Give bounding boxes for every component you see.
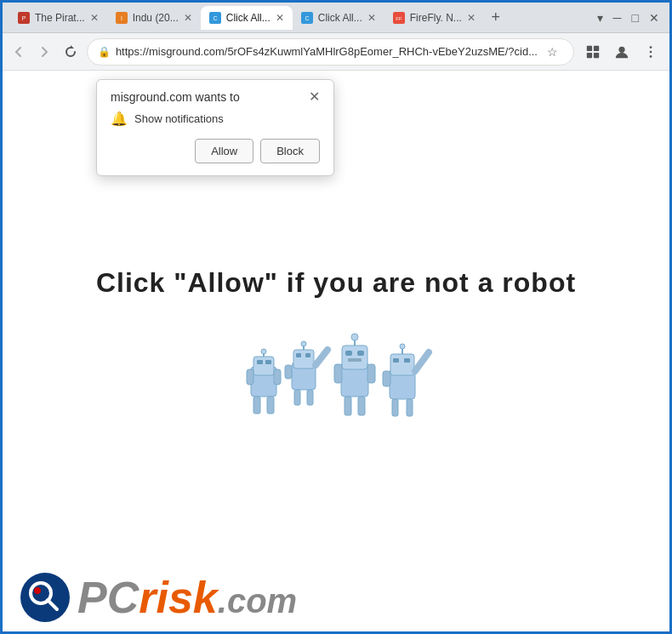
tabs-container: P The Pirat... ✕ I Indu (20... ✕ C Click… bbox=[9, 6, 594, 30]
tab-close-click1[interactable]: ✕ bbox=[276, 12, 284, 24]
pcrisk-pc-text: PC bbox=[77, 575, 139, 620]
svg-rect-25 bbox=[247, 369, 253, 385]
browser-actions bbox=[581, 40, 663, 64]
extensions-button[interactable] bbox=[581, 40, 605, 64]
tab-label-pirate: The Pirat... bbox=[35, 12, 85, 24]
svg-rect-14 bbox=[594, 52, 599, 57]
svg-rect-49 bbox=[358, 397, 365, 415]
svg-marker-10 bbox=[71, 45, 74, 49]
svg-text:I: I bbox=[121, 15, 122, 21]
svg-rect-35 bbox=[285, 365, 292, 379]
pcrisk-com-text: .com bbox=[218, 584, 297, 618]
popup-notification-row: 🔔 Show notifications bbox=[111, 111, 320, 127]
svg-rect-52 bbox=[393, 358, 399, 363]
profile-button[interactable] bbox=[610, 40, 634, 64]
svg-rect-28 bbox=[267, 397, 274, 414]
lock-icon: 🔒 bbox=[98, 46, 111, 58]
svg-point-15 bbox=[618, 46, 624, 52]
svg-rect-20 bbox=[253, 357, 274, 375]
svg-text:FF: FF bbox=[396, 16, 402, 21]
tab-favicon-click1: C bbox=[209, 12, 221, 24]
svg-rect-43 bbox=[348, 358, 362, 362]
forward-button[interactable] bbox=[35, 40, 54, 64]
svg-text:C: C bbox=[305, 15, 309, 21]
robot-illustration bbox=[208, 324, 464, 435]
tab-firefly[interactable]: FF FireFly. N... ✕ bbox=[384, 6, 484, 30]
tab-pirate[interactable]: P The Pirat... ✕ bbox=[9, 6, 107, 30]
tab-close-click2[interactable]: ✕ bbox=[367, 12, 376, 24]
tab-close-pirate[interactable]: ✕ bbox=[90, 12, 99, 24]
svg-text:C: C bbox=[213, 15, 217, 21]
page-content: misground.com wants to ✕ 🔔 Show notifica… bbox=[3, 71, 669, 631]
svg-rect-57 bbox=[383, 371, 390, 386]
popup-buttons: Allow Block bbox=[111, 139, 320, 163]
bell-icon: 🔔 bbox=[111, 111, 128, 127]
tab-favicon-firefly: FF bbox=[393, 12, 405, 24]
tab-click1[interactable]: C Click All... ✕ bbox=[201, 6, 293, 30]
notification-popup: misground.com wants to ✕ 🔔 Show notifica… bbox=[96, 79, 334, 176]
new-tab-button[interactable]: + bbox=[484, 6, 508, 30]
pcrisk-wordmark: PC risk .com bbox=[77, 575, 297, 620]
popup-close-button[interactable]: ✕ bbox=[309, 90, 320, 104]
svg-rect-47 bbox=[367, 364, 375, 383]
svg-point-55 bbox=[400, 344, 405, 349]
pcrisk-branding: PC risk .com bbox=[20, 572, 297, 623]
maximize-button[interactable]: □ bbox=[632, 11, 639, 25]
captcha-heading: Click "Allow" if you are not a robot bbox=[96, 267, 576, 299]
svg-rect-48 bbox=[345, 397, 351, 415]
popup-notification-text: Show notifications bbox=[134, 112, 224, 125]
svg-rect-32 bbox=[305, 353, 310, 357]
svg-point-60 bbox=[20, 573, 70, 622]
popup-header: misground.com wants to ✕ bbox=[111, 90, 320, 104]
svg-point-62 bbox=[34, 587, 41, 594]
bookmark-icon[interactable]: ☆ bbox=[543, 42, 563, 62]
allow-button[interactable]: Allow bbox=[195, 139, 253, 163]
minimize-button[interactable]: ─ bbox=[613, 11, 622, 25]
svg-point-16 bbox=[650, 46, 652, 49]
svg-point-45 bbox=[351, 334, 358, 340]
tab-label-click1: Click All... bbox=[226, 12, 271, 24]
svg-rect-46 bbox=[334, 364, 342, 383]
svg-rect-42 bbox=[357, 351, 364, 356]
svg-rect-38 bbox=[307, 390, 313, 405]
url-text: https://misground.com/5rOFs4zKuwmlYaMHlr… bbox=[116, 45, 538, 58]
svg-rect-22 bbox=[265, 360, 271, 364]
svg-rect-13 bbox=[587, 52, 592, 57]
back-button[interactable] bbox=[9, 40, 28, 64]
url-actions: ☆ bbox=[543, 42, 563, 62]
tab-favicon-indu: I bbox=[116, 12, 128, 24]
tab-close-indu[interactable]: ✕ bbox=[184, 12, 192, 24]
svg-rect-21 bbox=[257, 360, 263, 364]
svg-point-24 bbox=[261, 349, 266, 354]
svg-rect-59 bbox=[407, 399, 413, 416]
svg-line-36 bbox=[316, 350, 327, 365]
settings-menu-button[interactable] bbox=[639, 40, 663, 64]
title-bar: P The Pirat... ✕ I Indu (20... ✕ C Click… bbox=[3, 3, 669, 33]
svg-rect-58 bbox=[392, 399, 398, 416]
tab-click2[interactable]: C Click All... ✕ bbox=[293, 6, 384, 30]
close-button[interactable]: ✕ bbox=[649, 11, 659, 25]
tab-label-click2: Click All... bbox=[318, 12, 362, 24]
svg-rect-37 bbox=[294, 390, 300, 405]
url-bar[interactable]: 🔒 https://misground.com/5rOFs4zKuwmlYaMH… bbox=[87, 38, 574, 66]
tab-indu[interactable]: I Indu (20... ✕ bbox=[107, 6, 201, 30]
pcrisk-logo-icon bbox=[20, 572, 71, 623]
svg-rect-40 bbox=[342, 346, 367, 369]
svg-rect-51 bbox=[390, 354, 414, 375]
popup-title: misground.com wants to bbox=[111, 90, 240, 104]
tab-favicon-click2: C bbox=[301, 12, 313, 24]
block-button[interactable]: Block bbox=[260, 139, 320, 163]
reload-button[interactable] bbox=[61, 40, 80, 64]
browser-window: P The Pirat... ✕ I Indu (20... ✕ C Click… bbox=[0, 0, 672, 634]
svg-rect-12 bbox=[594, 45, 599, 50]
pcrisk-risk-text: risk bbox=[139, 575, 218, 620]
svg-line-56 bbox=[415, 352, 429, 371]
svg-rect-30 bbox=[293, 350, 314, 368]
tab-close-firefly[interactable]: ✕ bbox=[467, 12, 476, 24]
svg-text:P: P bbox=[22, 15, 26, 21]
chevron-down-icon[interactable]: ▾ bbox=[597, 11, 603, 25]
address-bar: 🔒 https://misground.com/5rOFs4zKuwmlYaMH… bbox=[3, 33, 669, 71]
svg-rect-31 bbox=[296, 353, 301, 357]
svg-point-17 bbox=[650, 50, 652, 53]
tab-favicon-pirate: P bbox=[18, 12, 30, 24]
